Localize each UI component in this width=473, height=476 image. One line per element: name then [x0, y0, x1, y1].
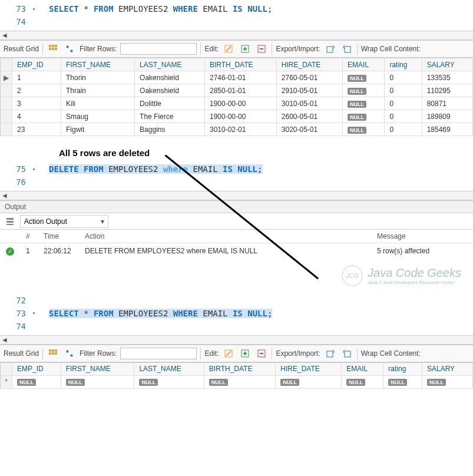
column-header[interactable]: FIRST_NAME	[61, 58, 134, 71]
column-header[interactable]: HIRE_DATE	[276, 58, 342, 71]
filter-rows-input[interactable]	[120, 348, 197, 359]
cell[interactable]: 80871	[422, 97, 472, 110]
cell[interactable]: 0	[385, 71, 422, 84]
edit-row-icon[interactable]	[222, 42, 235, 55]
cell[interactable]: 3010-02-01	[204, 123, 276, 136]
code-text[interactable]: SELECT * FROM EMPLOYEES2 WHERE EMAIL IS …	[38, 309, 272, 318]
refresh-icon[interactable]	[63, 42, 76, 55]
table-row[interactable]: 4SmaugThe Fierce1900-00-002600-05-01NULL…	[1, 110, 473, 123]
cell[interactable]: 1900-00-00	[204, 110, 276, 123]
edit-row-icon[interactable]	[222, 347, 235, 360]
cell[interactable]: Dolittle	[135, 97, 205, 110]
column-header[interactable]: EMAIL	[342, 362, 383, 375]
cell[interactable]: 2760-05-01	[276, 71, 342, 84]
column-header[interactable]: LAST_NAME	[134, 362, 204, 375]
column-header[interactable]: LAST_NAME	[135, 58, 205, 71]
cell[interactable]: 1	[12, 71, 61, 84]
hscroll-bar-3[interactable]: ◄	[0, 335, 473, 345]
export-icon[interactable]	[324, 42, 337, 55]
export-icon[interactable]	[324, 347, 337, 360]
sql-editor-bottom[interactable]: 7273•SELECT * FROM EMPLOYEES2 WHERE EMAI…	[0, 292, 473, 335]
breakpoint-dot[interactable]: •	[29, 5, 38, 13]
cell[interactable]: 110295	[422, 84, 472, 97]
column-header[interactable]: rating	[383, 362, 422, 375]
import-icon[interactable]	[340, 42, 353, 55]
cell[interactable]: 23	[12, 123, 61, 136]
table-row[interactable]: ▶1ThorinOakenshield2746-01-012760-05-01N…	[1, 71, 473, 84]
cell[interactable]: Oakenshield	[135, 84, 205, 97]
cell[interactable]: 2910-05-01	[276, 84, 342, 97]
cell[interactable]: 185469	[422, 123, 472, 136]
cell[interactable]: 2746-01-01	[204, 71, 276, 84]
hscroll-bar[interactable]: ◄	[0, 31, 473, 40]
cell[interactable]: NULL	[204, 375, 275, 388]
delete-row-icon[interactable]	[255, 42, 268, 55]
table-row[interactable]: 2ThrainOakenshield2850-01-012910-05-01NU…	[1, 84, 473, 97]
breakpoint-dot[interactable]: •	[29, 166, 38, 173]
output-type-dropdown[interactable]: Action Output	[20, 215, 108, 228]
column-header[interactable]: SALARY	[422, 362, 472, 375]
add-row-icon[interactable]	[239, 42, 252, 55]
cell[interactable]: NULL	[343, 97, 385, 110]
cell[interactable]: Figwit	[61, 123, 134, 136]
cell[interactable]: 0	[385, 84, 422, 97]
cell[interactable]: 3	[12, 97, 61, 110]
result-grid-1[interactable]: EMP_IDFIRST_NAMELAST_NAMEBIRTH_DATEHIRE_…	[0, 58, 473, 136]
table-row[interactable]: 23FigwitBaggins3010-02-013020-05-01NULL0…	[1, 123, 473, 136]
cell[interactable]: NULL	[61, 375, 134, 388]
action-row[interactable]: ✓ 1 22:06:12 DELETE FROM EMPLOYEES2 wher…	[0, 243, 473, 259]
cell[interactable]: 3020-05-01	[276, 123, 342, 136]
grid-view-icon[interactable]	[47, 42, 59, 55]
cell[interactable]: 0	[385, 97, 422, 110]
scroll-left-icon[interactable]: ◄	[0, 336, 9, 344]
cell[interactable]: The Fierce	[135, 110, 205, 123]
refresh-icon[interactable]	[63, 347, 76, 360]
scroll-left-icon[interactable]: ◄	[0, 31, 9, 39]
sql-editor-middle[interactable]: 75•DELETE FROM EMPLOYEES2 where EMAIL IS…	[0, 160, 473, 191]
breakpoint-dot[interactable]: •	[29, 309, 38, 317]
code-text[interactable]: SELECT * FROM EMPLOYEES2 WHERE EMAIL IS …	[38, 4, 272, 14]
cell[interactable]: NULL	[383, 375, 422, 388]
cell[interactable]: 189809	[422, 110, 472, 123]
code-text[interactable]: DELETE FROM EMPLOYEES2 where EMAIL IS NU…	[38, 164, 263, 174]
cell[interactable]: NULL	[342, 375, 383, 388]
cell[interactable]: 3010-05-01	[276, 97, 342, 110]
cell[interactable]: NULL	[343, 110, 385, 123]
cell[interactable]: NULL	[276, 375, 342, 388]
output-list-icon[interactable]	[4, 215, 16, 228]
cell[interactable]: NULL	[422, 375, 472, 388]
cell[interactable]: NULL	[134, 375, 204, 388]
cell[interactable]: NULL	[343, 84, 385, 97]
cell[interactable]: Smaug	[61, 110, 134, 123]
cell[interactable]: NULL	[343, 123, 385, 136]
scroll-left-icon[interactable]: ◄	[0, 191, 9, 200]
table-row[interactable]: *NULLNULLNULLNULLNULLNULLNULLNULL	[1, 375, 473, 388]
filter-rows-input[interactable]	[120, 43, 197, 55]
cell[interactable]: 2	[12, 84, 61, 97]
column-header[interactable]: HIRE_DATE	[276, 362, 342, 375]
grid-view-icon[interactable]	[47, 347, 59, 360]
cell[interactable]: Kili	[61, 97, 134, 110]
column-header[interactable]: BIRTH_DATE	[204, 58, 276, 71]
cell[interactable]: Baggins	[135, 123, 205, 136]
cell[interactable]: 2850-01-01	[204, 84, 276, 97]
cell[interactable]: 0	[385, 110, 422, 123]
cell[interactable]: 133535	[422, 71, 472, 84]
cell[interactable]: 1900-00-00	[204, 97, 276, 110]
cell[interactable]: NULL	[343, 71, 385, 84]
cell[interactable]: Thorin	[61, 71, 134, 84]
column-header[interactable]: rating	[385, 58, 422, 71]
table-row[interactable]: 3KiliDolittle1900-00-003010-05-01NULL080…	[1, 97, 473, 110]
column-header[interactable]: SALARY	[422, 58, 472, 71]
column-header[interactable]: FIRST_NAME	[61, 362, 134, 375]
column-header[interactable]: BIRTH_DATE	[204, 362, 275, 375]
hscroll-bar-2[interactable]: ◄	[0, 191, 473, 200]
column-header[interactable]: EMAIL	[343, 58, 385, 71]
cell[interactable]: 0	[385, 123, 422, 136]
delete-row-icon[interactable]	[255, 347, 268, 360]
column-header[interactable]: EMP_ID	[12, 58, 61, 71]
result-grid-2[interactable]: EMP_IDFIRST_NAMELAST_NAMEBIRTH_DATEHIRE_…	[0, 362, 473, 389]
cell[interactable]: Thrain	[61, 84, 134, 97]
cell[interactable]: 2600-05-01	[276, 110, 342, 123]
add-row-icon[interactable]	[239, 347, 252, 360]
